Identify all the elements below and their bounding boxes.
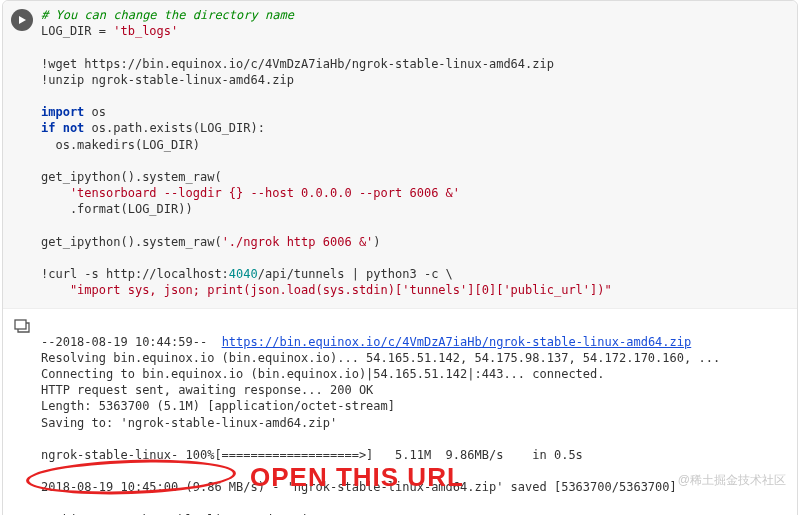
output-gutter — [3, 317, 41, 515]
output-line: Length: 5363700 (5.1M) [application/octe… — [41, 399, 395, 413]
watermark-label: @稀土掘金技术社区 — [678, 472, 786, 489]
output-icon — [14, 319, 30, 333]
output-line: Resolving bin.equinox.io (bin.equinox.io… — [41, 351, 720, 365]
code-editor[interactable]: # You can change the directory nameLOG_D… — [41, 7, 797, 298]
wget-url-link[interactable]: https://bin.equinox.io/c/4VmDzA7iaHb/ngr… — [222, 335, 692, 349]
output-line: Connecting to bin.equinox.io (bin.equino… — [41, 367, 605, 381]
run-button[interactable] — [11, 9, 33, 31]
wget-start-line: --2018-08-19 10:44:59-- https://bin.equi… — [41, 335, 691, 349]
output-line: Saving to: 'ngrok-stable-linux-amd64.zip… — [41, 416, 337, 430]
annotation-label: OPEN THIS URL — [250, 462, 464, 493]
code-gutter — [3, 7, 41, 298]
output-line: HTTP request sent, awaiting response... … — [41, 383, 373, 397]
notebook-cell: # You can change the directory nameLOG_D… — [2, 0, 798, 515]
svg-marker-0 — [19, 16, 26, 24]
output-line: ngrok-stable-linux- 100%[===============… — [41, 448, 583, 462]
code-cell: # You can change the directory nameLOG_D… — [3, 1, 797, 308]
svg-rect-1 — [15, 320, 26, 329]
play-icon — [17, 15, 27, 25]
